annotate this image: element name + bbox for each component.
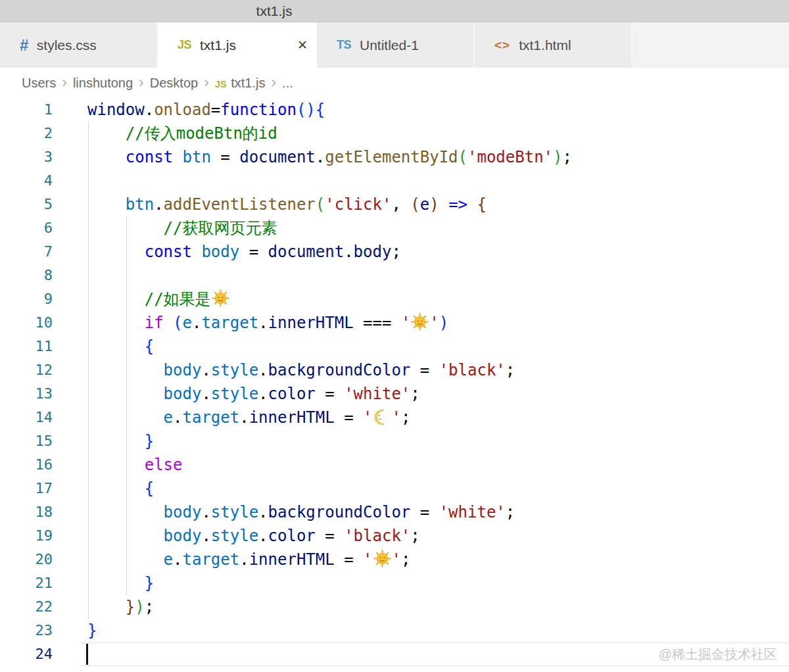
code-text: else	[87, 453, 183, 477]
token: target	[201, 314, 258, 332]
breadcrumb-item[interactable]: Desktop	[150, 76, 198, 91]
chevron-right-icon: ›	[62, 74, 67, 91]
token: ,	[391, 195, 410, 214]
line-number: 18	[0, 500, 53, 524]
token: }	[145, 574, 154, 592]
token: //传入modeBtn的id	[126, 124, 277, 143]
code-line[interactable]: 14 e.target.innerHTML = '';	[0, 406, 789, 429]
token: const	[145, 243, 202, 261]
token: 'white'	[344, 385, 410, 403]
code-text: }	[87, 429, 154, 453]
code-line[interactable]: 5 btn.addEventListener('click', (e) => {	[0, 193, 789, 216]
line-number: 7	[0, 240, 53, 264]
code-line[interactable]: 1window.onload=function(){	[0, 98, 789, 122]
code-text: //如果是	[87, 287, 230, 311]
code-line[interactable]: 22 });	[0, 595, 789, 619]
window-title: txt1.js	[256, 0, 293, 22]
token: (	[458, 148, 467, 166]
token: getElementById	[325, 148, 458, 166]
code-line[interactable]: 9 //如果是	[0, 287, 789, 311]
code-line[interactable]: 2 //传入modeBtn的id	[0, 122, 789, 145]
code-line[interactable]: 10 if (e.target.innerHTML === '')	[0, 311, 789, 335]
chevron-right-icon: ›	[271, 74, 276, 91]
code-line[interactable]: 13 body.style.color = 'white';	[0, 382, 789, 406]
line-number: 8	[0, 264, 53, 287]
token: }	[87, 621, 97, 640]
tab-Untitled-1[interactable]: TSUntitled-1	[317, 22, 475, 68]
token: .	[173, 550, 182, 569]
token: .	[201, 503, 210, 521]
token: .	[258, 385, 268, 403]
code-line[interactable]: 7 const body = document.body;	[0, 240, 789, 264]
code-text: body.style.color = 'black';	[87, 524, 420, 548]
token: document	[239, 148, 316, 166]
token: ;	[410, 385, 419, 403]
token: =	[335, 550, 363, 569]
token: =	[316, 527, 344, 545]
token: .	[258, 361, 268, 379]
code-line[interactable]: 23}	[0, 619, 789, 642]
token: 'click'	[325, 195, 391, 214]
close-tab-icon[interactable]: ✕	[285, 37, 308, 53]
token: document	[268, 243, 345, 261]
code-line[interactable]: 11 {	[0, 335, 789, 358]
code-text: });	[87, 595, 154, 619]
token: {	[477, 195, 486, 214]
code-line[interactable]: 4	[0, 169, 789, 193]
token: '	[363, 408, 372, 427]
code-line[interactable]: 20 e.target.innerHTML = '';	[0, 548, 789, 571]
tab-txt1.js[interactable]: JStxt1.js✕	[158, 22, 317, 68]
code-line[interactable]: 12 body.style.backgroundColor = 'black';	[0, 358, 789, 382]
breadcrumb-item[interactable]: JStxt1.js	[215, 76, 266, 91]
token: '	[392, 550, 401, 569]
code-line[interactable]: 17 {	[0, 477, 789, 500]
token: )	[429, 195, 439, 214]
token: style	[211, 503, 258, 521]
token: =>	[448, 195, 467, 214]
breadcrumb-item[interactable]: Users	[22, 76, 56, 91]
token: 'white'	[439, 503, 506, 521]
code-text: {	[87, 335, 154, 358]
code-line[interactable]: 19 body.style.color = 'black';	[0, 524, 789, 548]
html-file-icon: <>	[494, 38, 510, 53]
code-line[interactable]: 18 body.style.backgroundColor = 'white';	[0, 500, 789, 524]
tab-label: txt1.js	[200, 37, 236, 53]
token: .	[154, 195, 163, 214]
token: '	[363, 550, 372, 569]
text-cursor	[86, 644, 88, 665]
token: .	[316, 148, 325, 166]
code-line[interactable]: 3 const btn = document.getElementById('m…	[0, 145, 789, 169]
token: body	[164, 361, 202, 379]
code-line[interactable]: 6 //获取网页元素	[0, 216, 789, 240]
token: 'black'	[344, 527, 410, 545]
code-line[interactable]: 16 else	[0, 453, 789, 477]
line-number: 20	[0, 548, 53, 571]
breadcrumb-item[interactable]: ...	[282, 76, 293, 91]
code-editor[interactable]: @稀土掘金技术社区1window.onload=function(){2 //传…	[0, 98, 789, 672]
token: ;	[401, 550, 410, 569]
line-number: 12	[0, 358, 53, 382]
code-line[interactable]: 21 }	[0, 571, 789, 595]
code-line[interactable]: 15 }	[0, 429, 789, 453]
token: =	[316, 385, 344, 403]
tab-styles.css[interactable]: #styles.css	[0, 22, 158, 68]
token: '	[401, 314, 410, 332]
token: body	[164, 503, 202, 521]
token	[467, 195, 477, 214]
line-number: 15	[0, 429, 53, 453]
token: e	[183, 314, 192, 332]
token: .	[201, 385, 210, 403]
breadcrumb-item[interactable]: linshutong	[73, 76, 133, 91]
token: body	[164, 527, 202, 545]
indent-guide	[88, 169, 89, 193]
line-number: 16	[0, 453, 53, 477]
code-text: body.style.backgroundColor = 'white';	[87, 500, 515, 524]
token: onload	[154, 101, 211, 119]
code-text: //获取网页元素	[87, 216, 277, 240]
vscode-window: txt1.js #styles.cssJStxt1.js✕TSUntitled-…	[0, 0, 789, 672]
code-line[interactable]: 8	[0, 264, 789, 287]
token: =	[211, 101, 220, 119]
tab-txt1.html[interactable]: <>txt1.html	[475, 22, 633, 68]
js-file-icon: JS	[215, 78, 226, 89]
line-number: 11	[0, 335, 53, 358]
